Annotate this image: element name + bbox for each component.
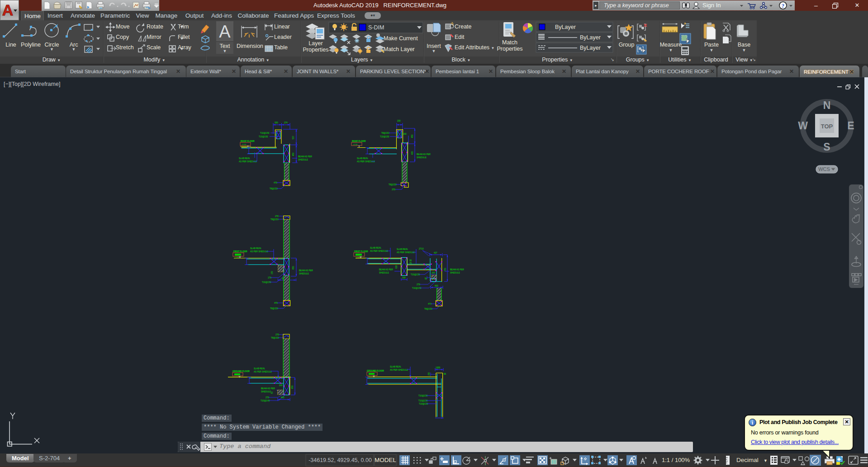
svg-text:T10@150: T10@150 xyxy=(380,136,389,138)
svg-text:T8@150: T8@150 xyxy=(270,188,278,190)
svg-text:95: 95 xyxy=(409,259,412,262)
svg-text:FIRST FLOOR: FIRST FLOOR xyxy=(233,250,247,253)
svg-text:SHEDULE: SHEDULE xyxy=(450,272,460,274)
svg-text:50: 50 xyxy=(271,391,273,394)
svg-text:450: 450 xyxy=(411,134,413,138)
svg-text:T10@150: T10@150 xyxy=(259,136,268,138)
svg-text:GROUND FLOOR: GROUND FLOOR xyxy=(367,370,384,372)
svg-text:200: 200 xyxy=(279,384,283,387)
svg-text:SLAB REIN.: SLAB REIN. xyxy=(397,248,408,250)
svg-text:150: 150 xyxy=(428,372,430,376)
svg-text:200: 200 xyxy=(275,122,278,124)
svg-text:+5.50: +5.50 xyxy=(242,143,247,146)
svg-text:2T10: 2T10 xyxy=(419,248,424,250)
svg-text:SLAB REIN.: SLAB REIN. xyxy=(250,247,261,250)
svg-text:BEAM AS PER: BEAM AS PER xyxy=(298,156,313,158)
svg-text:SLAB REIN.: SLAB REIN. xyxy=(390,366,401,368)
svg-text:2T8: 2T8 xyxy=(275,215,279,217)
svg-text:SHEDULE: SHEDULE xyxy=(417,156,427,159)
svg-text:SHEDULE: SHEDULE xyxy=(298,159,308,161)
svg-text:A: A xyxy=(2,1,14,19)
svg-text:200: 200 xyxy=(402,277,406,279)
svg-text:SLAB REIN.: SLAB REIN. xyxy=(357,157,368,160)
svg-text:T8@150: T8@150 xyxy=(381,132,389,134)
svg-text:BEAM AS PER: BEAM AS PER xyxy=(261,387,275,390)
svg-text:95: 95 xyxy=(444,373,446,375)
svg-text:SHEDULE: SHEDULE xyxy=(299,273,309,275)
svg-text:200: 200 xyxy=(397,120,401,122)
svg-text:274: 274 xyxy=(284,122,288,124)
svg-text:537: 537 xyxy=(292,136,294,139)
svg-text:+2.80: +2.80 xyxy=(235,256,240,259)
svg-text:2T8: 2T8 xyxy=(275,334,279,336)
svg-text:W: W xyxy=(798,120,808,132)
svg-text:750: 750 xyxy=(444,268,446,271)
svg-text:400: 400 xyxy=(281,396,285,399)
svg-text:1355: 1355 xyxy=(436,367,441,369)
svg-text:AS PER SHEDULE: AS PER SHEDULE xyxy=(370,250,388,252)
svg-text:T8@150: T8@150 xyxy=(271,337,279,339)
svg-text:150: 150 xyxy=(271,271,273,274)
svg-text:SHEDULE: SHEDULE xyxy=(261,391,271,393)
svg-text:+5.50: +5.50 xyxy=(353,143,358,146)
svg-text:620: 620 xyxy=(395,265,398,269)
svg-text:AS PER SHEDULE: AS PER SHEDULE xyxy=(397,251,415,254)
svg-text:SLAB REIN.: SLAB REIN. xyxy=(239,157,250,160)
svg-text:T10@140: T10@140 xyxy=(261,400,270,402)
svg-text:430: 430 xyxy=(411,151,413,155)
svg-text:GROUND FLOOR: GROUND FLOOR xyxy=(232,370,250,373)
svg-text:A: A xyxy=(219,22,231,41)
svg-text:BEAM AS PER: BEAM AS PER xyxy=(379,269,394,271)
svg-text:650: 650 xyxy=(292,266,294,269)
svg-text:AS PER SHEDULE: AS PER SHEDULE xyxy=(250,250,268,253)
svg-text:SHEDULE: SHEDULE xyxy=(379,272,389,274)
svg-text:AS PER SHEDULE: AS PER SHEDULE xyxy=(390,369,408,371)
svg-text:400: 400 xyxy=(435,285,438,287)
svg-text:BEAM AS PER: BEAM AS PER xyxy=(417,153,431,156)
svg-text:BEAM AS PER: BEAM AS PER xyxy=(450,269,465,271)
svg-text:E: E xyxy=(847,120,854,132)
svg-text:T8@150: T8@150 xyxy=(389,184,397,186)
svg-text:FIRST FLOOR: FIRST FLOOR xyxy=(354,250,368,253)
svg-text:BEAM AS PER: BEAM AS PER xyxy=(299,269,313,272)
svg-text:450: 450 xyxy=(292,152,294,156)
svg-text:T8@150: T8@150 xyxy=(424,308,432,310)
svg-text:AS PER SHEDULE: AS PER SHEDULE xyxy=(254,371,272,373)
svg-text:T10@150: T10@150 xyxy=(412,287,422,289)
svg-text:ROOF FLOOR: ROOF FLOOR xyxy=(352,140,366,142)
svg-text:650: 650 xyxy=(291,385,294,389)
svg-text:SLAB REIN.: SLAB REIN. xyxy=(254,368,265,370)
svg-text:T10@150: T10@150 xyxy=(260,132,270,134)
svg-text:200: 200 xyxy=(432,272,435,274)
svg-text:?: ? xyxy=(782,3,784,9)
svg-text:T8@150: T8@150 xyxy=(270,307,278,310)
svg-text:2T8: 2T8 xyxy=(266,396,269,399)
svg-text:N: N xyxy=(823,99,831,111)
svg-text:160: 160 xyxy=(403,133,407,135)
svg-text:2T8: 2T8 xyxy=(417,283,420,286)
svg-text:427: 427 xyxy=(434,252,437,254)
svg-text:ROOF FLOOR: ROOF FLOOR xyxy=(241,140,255,142)
svg-text:T8@150: T8@150 xyxy=(270,218,279,221)
svg-text:SLAB REIN.: SLAB REIN. xyxy=(370,247,381,249)
svg-text:S: S xyxy=(823,141,830,153)
svg-text:TOP: TOP xyxy=(821,123,833,130)
svg-text:WCS: WCS xyxy=(818,166,830,172)
svg-text:3T8: 3T8 xyxy=(392,189,395,191)
